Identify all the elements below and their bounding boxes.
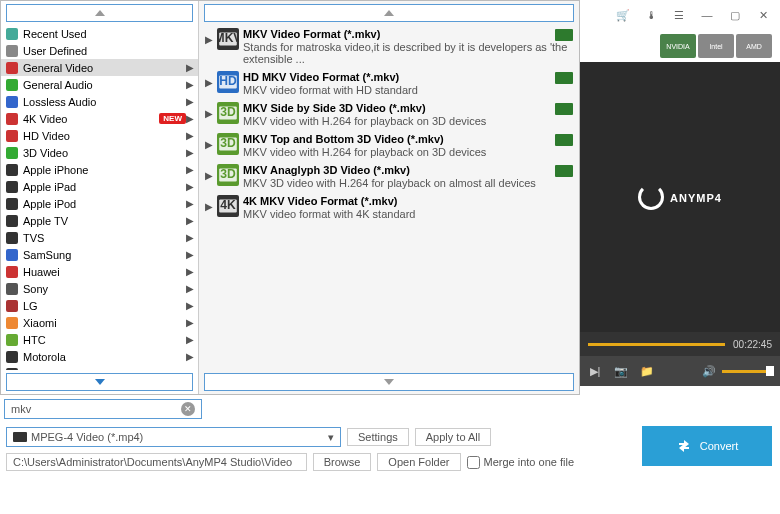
chevron-right-icon: ▶ xyxy=(186,351,194,362)
intel-badge[interactable]: Intel xyxy=(698,34,734,58)
category-item-apple-ipad[interactable]: Apple iPad▶ xyxy=(1,178,198,195)
category-item-user-defined[interactable]: User Defined xyxy=(1,42,198,59)
convert-button[interactable]: Convert xyxy=(642,426,772,466)
samsung-icon xyxy=(5,248,19,262)
category-item-black-berry[interactable]: Black Berry▶ xyxy=(1,365,198,370)
svg-text:3D: 3D xyxy=(220,136,236,150)
svg-rect-14 xyxy=(6,266,18,278)
thermometer-icon[interactable]: 🌡 xyxy=(644,8,658,22)
apply-all-button[interactable]: Apply to All xyxy=(415,428,491,446)
svg-rect-4 xyxy=(6,96,18,108)
chevron-right-icon: ▶ xyxy=(186,79,194,90)
format-scroll-down[interactable] xyxy=(204,373,574,391)
format-title: MKV Video Format (*.mkv) xyxy=(243,28,573,40)
xiaomi-icon xyxy=(5,316,19,330)
category-scroll-up[interactable] xyxy=(6,4,193,22)
category-item-motorola[interactable]: Motorola▶ xyxy=(1,348,198,365)
settings-button[interactable]: Settings xyxy=(347,428,409,446)
category-item-3d-video[interactable]: 3D Video▶ xyxy=(1,144,198,161)
3d-format-icon: 3D xyxy=(217,102,239,124)
snapshot-icon[interactable]: 📷 xyxy=(614,364,628,378)
category-item-huawei[interactable]: Huawei▶ xyxy=(1,263,198,280)
category-item-lg[interactable]: LG▶ xyxy=(1,297,198,314)
format-item[interactable]: ▶4K4K MKV Video Format (*.mkv)MKV video … xyxy=(199,192,579,223)
svg-text:MKV: MKV xyxy=(217,31,239,45)
svg-rect-6 xyxy=(6,130,18,142)
format-desc: MKV video format with 4K standard xyxy=(243,208,573,220)
dropdown-arrow-icon: ▾ xyxy=(328,431,334,444)
browse-button[interactable]: Browse xyxy=(313,453,372,471)
hw-accel-badge xyxy=(555,165,573,177)
timeline-track[interactable] xyxy=(588,343,725,346)
4k-format-icon: 4K xyxy=(217,195,239,217)
category-label: Apple iPhone xyxy=(23,164,186,176)
category-item-hd-video[interactable]: HD Video▶ xyxy=(1,127,198,144)
convert-label: Convert xyxy=(700,440,739,452)
svg-text:3D: 3D xyxy=(220,167,236,181)
category-item-4k-video[interactable]: 4K VideoNEW▶ xyxy=(1,110,198,127)
output-format-select[interactable]: MPEG-4 Video (*.mp4) ▾ xyxy=(6,427,341,447)
video-icon xyxy=(5,61,19,75)
category-item-samsung[interactable]: SamSung▶ xyxy=(1,246,198,263)
format-desc: MKV video format with HD standard xyxy=(243,84,573,96)
svg-rect-18 xyxy=(6,334,18,346)
svg-rect-17 xyxy=(6,317,18,329)
category-item-general-video[interactable]: General Video▶ xyxy=(1,59,198,76)
svg-rect-1 xyxy=(6,45,18,57)
chevron-right-icon: ▶ xyxy=(186,232,194,243)
format-desc: Stands for matroska video,it is describe… xyxy=(243,41,573,65)
cart-icon[interactable]: 🛒 xyxy=(616,8,630,22)
menu-icon[interactable]: ☰ xyxy=(672,8,686,22)
category-label: SamSung xyxy=(23,249,186,261)
merge-checkbox[interactable] xyxy=(467,456,480,469)
chevron-right-icon: ▶ xyxy=(205,139,213,150)
category-item-sony[interactable]: Sony▶ xyxy=(1,280,198,297)
category-item-htc[interactable]: HTC▶ xyxy=(1,331,198,348)
output-path-input[interactable] xyxy=(6,453,307,471)
merge-checkbox-wrap[interactable]: Merge into one file xyxy=(467,456,575,469)
svg-rect-13 xyxy=(6,249,18,261)
category-scroll-down[interactable] xyxy=(6,373,193,391)
category-label: TVS xyxy=(23,232,186,244)
format-search[interactable]: ✕ xyxy=(4,399,202,419)
folder-icon[interactable]: 📁 xyxy=(640,364,654,378)
category-item-apple-iphone[interactable]: Apple iPhone▶ xyxy=(1,161,198,178)
category-item-apple-ipod[interactable]: Apple iPod▶ xyxy=(1,195,198,212)
clear-search-icon[interactable]: ✕ xyxy=(181,402,195,416)
category-label: Sony xyxy=(23,283,186,295)
category-label: Huawei xyxy=(23,266,186,278)
chevron-right-icon: ▶ xyxy=(186,181,194,192)
format-item[interactable]: ▶3DMKV Side by Side 3D Video (*.mkv)MKV … xyxy=(199,99,579,130)
search-input[interactable] xyxy=(11,403,181,415)
format-item[interactable]: ▶3DMKV Top and Bottom 3D Video (*.mkv)MK… xyxy=(199,130,579,161)
format-item[interactable]: ▶3DMKV Anaglyph 3D Video (*.mkv)MKV 3D v… xyxy=(199,161,579,192)
category-label: 3D Video xyxy=(23,147,186,159)
format-title: 4K MKV Video Format (*.mkv) xyxy=(243,195,573,207)
timeline[interactable]: 00:22:45 xyxy=(580,332,780,356)
minimize-icon[interactable]: — xyxy=(700,8,714,22)
svg-rect-11 xyxy=(6,215,18,227)
chevron-right-icon: ▶ xyxy=(186,334,194,345)
nvidia-badge[interactable]: NVIDIA xyxy=(660,34,696,58)
category-item-general-audio[interactable]: General Audio▶ xyxy=(1,76,198,93)
volume-icon[interactable]: 🔊 xyxy=(702,364,716,378)
volume-slider[interactable] xyxy=(722,370,772,373)
format-item[interactable]: ▶MKVMKV Video Format (*.mkv)Stands for m… xyxy=(199,25,579,68)
chevron-right-icon: ▶ xyxy=(186,164,194,175)
category-item-xiaomi[interactable]: Xiaomi▶ xyxy=(1,314,198,331)
category-item-tvs[interactable]: TVS▶ xyxy=(1,229,198,246)
svg-rect-7 xyxy=(6,147,18,159)
category-item-recent-used[interactable]: Recent Used xyxy=(1,25,198,42)
format-desc: MKV video with H.264 for playback on 3D … xyxy=(243,146,573,158)
open-folder-button[interactable]: Open Folder xyxy=(377,453,460,471)
convert-icon xyxy=(676,438,692,454)
play-icon[interactable]: ▶| xyxy=(588,364,602,378)
category-item-lossless-audio[interactable]: Lossless Audio▶ xyxy=(1,93,198,110)
maximize-icon[interactable]: ▢ xyxy=(728,8,742,22)
category-item-apple-tv[interactable]: Apple TV▶ xyxy=(1,212,198,229)
format-item[interactable]: ▶HDHD MKV Video Format (*.mkv)MKV video … xyxy=(199,68,579,99)
format-scroll-up[interactable] xyxy=(204,4,574,22)
close-icon[interactable]: ✕ xyxy=(756,8,770,22)
amd-badge[interactable]: AMD xyxy=(736,34,772,58)
chevron-right-icon: ▶ xyxy=(205,108,213,119)
